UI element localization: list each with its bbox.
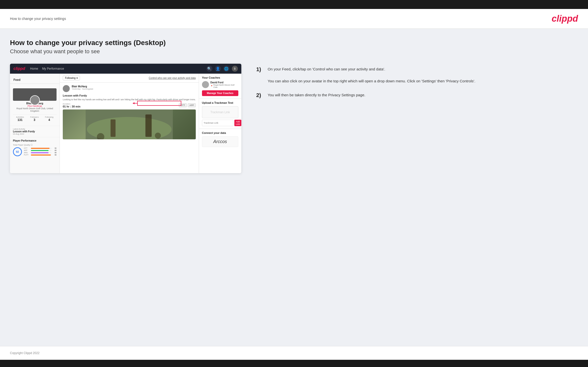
stat-activities-label: Activities: [16, 116, 24, 118]
latest-label: Latest Activity: [13, 128, 57, 130]
following-label: Following: [65, 77, 75, 79]
profile-stats: Activities 131 Followers 3 Following 4: [13, 114, 57, 122]
stat-followers-value: 3: [30, 118, 39, 122]
search-icon[interactable]: 🔍: [206, 66, 212, 72]
tag-ott: OTT: [179, 103, 187, 107]
page-title: How to change your privacy settings (Des…: [10, 39, 578, 47]
instruction-2: 2) You will then be taken directly to th…: [256, 92, 573, 99]
quality-bars: OTT 90 APP 85: [24, 147, 57, 156]
coach-club: 📍 Royal North Devon Golf Club: [210, 84, 238, 88]
tag-pills: OTT APP: [179, 103, 196, 107]
stat-activities-value: 131: [16, 118, 24, 122]
post-user-info: Blair McHarg Yesterday · Sunningdale: [72, 85, 93, 90]
globe-icon[interactable]: 🌐: [223, 66, 229, 72]
connect-section: Connect your data Arccos: [199, 129, 241, 150]
stat-followers-label: Followers: [30, 116, 39, 118]
nav-link-performance[interactable]: My Performance: [42, 67, 64, 70]
coaches-title: Your Coaches: [202, 76, 238, 79]
top-bar: [0, 0, 588, 9]
trackman-link-input[interactable]: [202, 120, 233, 126]
profile-bg: [13, 88, 57, 101]
nav-link-home[interactable]: Home: [30, 67, 38, 70]
latest-activity-date: 03 Aug 2022: [13, 133, 57, 135]
post-meta: Yesterday · Sunningdale: [72, 88, 93, 90]
tag-app: APP: [188, 103, 196, 107]
feed-header: Following ▾ Control who can see your act…: [60, 74, 199, 83]
bar-arg: ARG 86: [24, 152, 57, 154]
person-icon[interactable]: 👤: [215, 66, 221, 72]
instruction-1: 1) On your Feed, click/tap on 'Control w…: [256, 66, 573, 84]
add-link-button[interactable]: Add Link: [234, 120, 241, 126]
latest-activity: Latest Activity Lesson with Fordy 03 Aug…: [10, 126, 60, 137]
coach-name: David Ford: [210, 81, 238, 84]
stat-followers: Followers 3: [30, 116, 39, 122]
post-title: Lesson with Fordy: [63, 94, 196, 97]
post-duration: Duration 01 hr : 30 min OTT APP: [63, 103, 196, 108]
app-mockup-wrapper: clippd Home My Performance 🔍 👤 🌐 B: [10, 64, 241, 173]
app-logo: clippd: [13, 66, 25, 71]
stat-following: Following 4: [45, 116, 54, 122]
instruction-1-text: On your Feed, click/tap on 'Control who …: [268, 66, 475, 84]
bottom-bar: [0, 360, 588, 367]
dropdown-chevron-icon: ▾: [76, 77, 78, 79]
app-sidebar: Feed Blair McHarg Plus Handicap Royal No…: [10, 74, 60, 173]
app-nav-icons: 🔍 👤 🌐 B: [206, 66, 238, 72]
post-image: [63, 109, 196, 139]
post-user-name: Blair McHarg: [72, 85, 93, 88]
trackman-placeholder-text: Trackman Link: [210, 110, 230, 114]
trackman-box: Trackman Link: [202, 106, 238, 118]
instruction-2-number: 2): [256, 92, 264, 99]
post-user-avatar: [63, 85, 70, 92]
svg-point-5: [155, 133, 161, 139]
content-layout: clippd Home My Performance 🔍 👤 🌐 B: [10, 64, 578, 173]
app-navbar: clippd Home My Performance 🔍 👤 🌐 B: [10, 64, 241, 74]
page-subtitle: Choose what you want people to see: [10, 48, 578, 55]
user-avatar[interactable]: B: [232, 66, 238, 72]
coach-avatar: [202, 81, 209, 88]
connect-title: Connect your data: [202, 131, 238, 134]
site-header: How to change your privacy settings clip…: [0, 9, 588, 29]
arccos-logo: Arccos: [202, 136, 238, 147]
app-feed: Following ▾ Control who can see your act…: [60, 74, 199, 173]
duration-label: Duration: [63, 103, 80, 105]
instruction-1-number: 1): [256, 66, 264, 84]
trackman-input-row: Add Link: [202, 120, 238, 126]
svg-rect-2: [111, 119, 116, 137]
manage-coaches-button[interactable]: Manage Your Coaches: [202, 90, 238, 96]
control-privacy-link[interactable]: Control who can see your activity and da…: [149, 77, 196, 79]
stat-activities: Activities 131: [16, 116, 24, 122]
breadcrumb: How to change your privacy settings: [10, 17, 66, 21]
perf-body: 92 OTT 90 APP: [13, 147, 57, 156]
following-button[interactable]: Following ▾: [63, 76, 80, 80]
location-icon: 📍: [210, 85, 213, 87]
bar-app: APP 85: [24, 150, 57, 151]
main-content: How to change your privacy settings (Des…: [0, 29, 588, 346]
quality-score: 92: [13, 147, 22, 156]
coach-item: David Ford 📍 Royal North Devon Golf Club: [202, 81, 238, 88]
app-mockup: clippd Home My Performance 🔍 👤 🌐 B: [10, 64, 241, 173]
trackman-section: Upload a Trackman Test Trackman Link Add…: [199, 99, 241, 129]
perf-title: Player Performance: [13, 139, 57, 142]
latest-activity-name: Lesson with Fordy: [13, 130, 57, 133]
duration-info: Duration 01 hr : 30 min: [63, 103, 80, 108]
app-body: Feed Blair McHarg Plus Handicap Royal No…: [10, 74, 241, 173]
profile-avatar: [30, 95, 40, 105]
app-right-panel: Your Coaches David Ford 📍 Royal North De…: [199, 74, 241, 173]
instructions-panel: 1) On your Feed, click/tap on 'Control w…: [251, 64, 578, 109]
bar-putt: PUTT 96: [24, 154, 57, 156]
site-logo: clippd: [552, 13, 578, 24]
coach-club-name: Royal North Devon Golf Club: [213, 84, 238, 88]
profile-card: Blair McHarg Plus Handicap Royal North D…: [10, 86, 60, 124]
footer-copyright: Copyright Clippd 2022: [10, 351, 40, 355]
stat-following-value: 4: [45, 118, 54, 122]
trackman-title: Upload a Trackman Test: [202, 101, 238, 104]
svg-rect-3: [145, 114, 152, 137]
feed-tab[interactable]: Feed: [10, 76, 60, 84]
perf-quality-label: Total Player Quality ⓘ: [13, 144, 57, 146]
feed-post: Blair McHarg Yesterday · Sunningdale Les…: [60, 83, 199, 142]
instruction-2-text: You will then be taken directly to the P…: [268, 92, 365, 99]
coach-info: David Ford 📍 Royal North Devon Golf Club: [210, 81, 238, 88]
profile-club: Royal North Devon Golf Club, United King…: [13, 107, 57, 112]
post-desc: Looking to feel like my hands are exitin…: [63, 98, 196, 101]
bar-ott: OTT 90: [24, 147, 57, 149]
